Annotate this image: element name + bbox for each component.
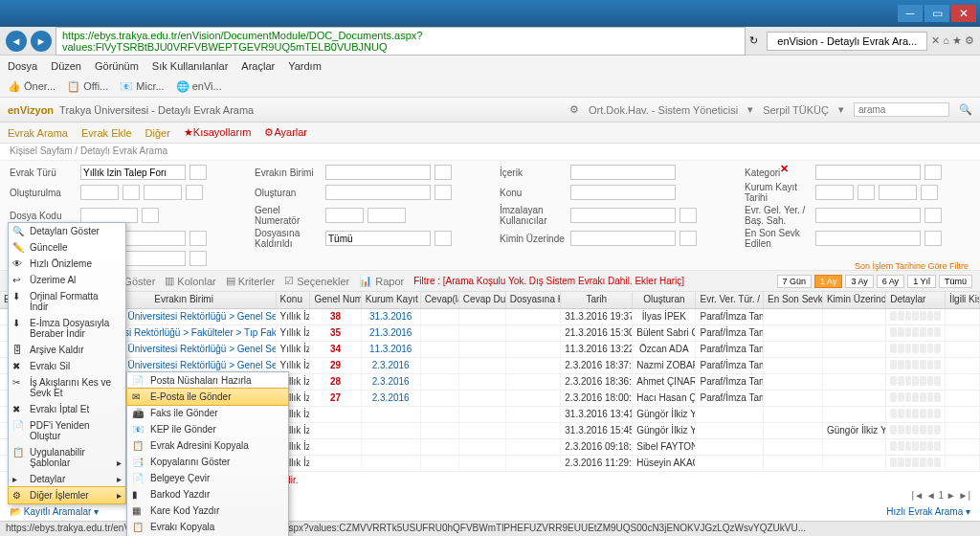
ctx-item[interactable]: 👁Hızlı Önizleme xyxy=(9,256,125,272)
rapor-button[interactable]: 📊Rapor xyxy=(359,275,404,287)
context-submenu[interactable]: 📄Posta Nüshaları Hazırla✉E-Posta ile Gön… xyxy=(126,371,289,536)
close-filter-icon[interactable]: ✕ xyxy=(780,163,789,175)
url-input[interactable]: https://ebys.trakya.edu.tr/enVision/Docu… xyxy=(56,27,746,56)
filter-panel: ✕ Evrak Türü Evrakın Birimi İçerik Kateg… xyxy=(0,161,980,271)
saved-searches-link[interactable]: 📂 Kayıtlı Aramalar ▾ xyxy=(10,506,99,517)
menu-diger[interactable]: Diğer xyxy=(145,127,170,139)
menu-edit[interactable]: Düzen xyxy=(51,60,81,72)
ctx-item[interactable]: ▸Detaylar▸ xyxy=(9,471,125,487)
submenu-item[interactable]: 📠Faks ile Gönder xyxy=(127,405,288,421)
app-menubar: Evrak Arama Evrak Ekle Diğer ★Kısayollar… xyxy=(0,123,980,144)
col-header[interactable]: Dosyasına Kaldırıldı xyxy=(506,292,562,308)
submenu-item[interactable]: 📄Posta Nüshaları Hazırla xyxy=(127,372,288,389)
menu-view[interactable]: Görünüm xyxy=(95,60,139,72)
role-label: Ort.Dok.Hav. - Sistem Yöneticisi xyxy=(589,104,738,116)
range-filter-label: Son İşlem Tarihine Göre Filtre xyxy=(855,261,969,271)
range-5[interactable]: Tümü xyxy=(939,275,972,288)
range-0[interactable]: 7 Gün xyxy=(777,275,813,288)
col-header[interactable]: Kurum Kayıt Tarihi xyxy=(362,292,421,308)
ctx-item[interactable]: ✖Evrakı Sil xyxy=(9,358,125,374)
breadcrumb: Kişisel Sayfam / Detaylı Evrak Arama xyxy=(0,144,980,161)
minimize-button[interactable]: ─ xyxy=(898,5,923,22)
kriterler-button[interactable]: ▤Kriterler xyxy=(226,275,276,287)
browser-bookmarks: 👍 Öner... 📋 Offi... 📧 Micr... 🌐 enVi... xyxy=(0,77,980,98)
app-crumb: Trakya Üniversitesi - Detaylı Evrak Aram… xyxy=(59,104,254,116)
submenu-item[interactable]: 📑Kopyalarını Göster xyxy=(127,454,288,470)
col-header[interactable]: Cevap(lar) xyxy=(421,292,459,308)
ctx-item[interactable]: ↩Üzerime Al xyxy=(9,272,125,288)
submenu-item[interactable]: ✉E-Posta ile Gönder xyxy=(126,388,289,406)
col-header[interactable]: Oluşturan xyxy=(633,292,696,308)
ctx-item[interactable]: ✂İş Akışlarını Kes ve Sevk Et xyxy=(9,374,125,401)
col-header[interactable]: Evr. Ver. Tür. / Mev. Dur. xyxy=(696,292,764,308)
icerik-input[interactable] xyxy=(570,165,676,180)
submenu-item[interactable]: ▦Kare Kod Yazdır xyxy=(127,502,288,519)
ctx-item[interactable]: ⚙Diğer İşlemler▸ xyxy=(8,486,126,504)
menu-help[interactable]: Yardım xyxy=(288,60,322,72)
col-header[interactable]: Detaylar xyxy=(886,292,946,308)
submenu-item[interactable]: 📧KEP ile Gönder xyxy=(127,421,288,437)
ctx-item[interactable]: 🔍Detayları Göster xyxy=(9,223,125,239)
col-header[interactable]: Cevap Durumu xyxy=(459,292,506,308)
submenu-item[interactable]: ▮Barkod Yazdır xyxy=(127,486,288,502)
evrak-turu-input[interactable] xyxy=(80,165,186,180)
close-button[interactable]: ✕ xyxy=(951,5,976,22)
col-header[interactable]: Konu xyxy=(277,292,311,308)
filter-text: Filtre : [Arama Koşulu Yok. Dış Sistem E… xyxy=(413,276,684,286)
browser-tab[interactable]: enVision - Detaylı Evrak Ara... xyxy=(767,32,927,51)
range-2[interactable]: 3 Ay xyxy=(845,275,873,288)
ctx-item[interactable]: 🗄Arşive Kaldır xyxy=(9,342,125,358)
grid-header: Evrak TanımıEvrakın BirimiKonuGenel Nume… xyxy=(0,292,980,309)
submenu-item[interactable]: 📋Evrakı Kopyala xyxy=(127,519,288,535)
col-header[interactable]: Genel Numeratör ▼ xyxy=(310,292,361,308)
range-3[interactable]: 6 Ay xyxy=(877,275,904,288)
submenu-item[interactable]: 📄Belgeye Çevir xyxy=(127,470,288,486)
menu-evrak-arama[interactable]: Evrak Arama xyxy=(8,127,68,139)
kategori-input[interactable] xyxy=(815,165,921,180)
ctx-item[interactable]: ⬇E-İmza Dosyasıyla Beraber İndir xyxy=(9,315,125,342)
col-header[interactable]: Tarih xyxy=(561,292,633,308)
context-menu[interactable]: 🔍Detayları Göster✏️Güncelle👁Hızlı Önizle… xyxy=(8,222,126,504)
ctx-item[interactable]: 📄PDF'i Yeniden Oluştur xyxy=(9,417,125,444)
submenu-item[interactable]: 📋Evrak Adresini Kopyala xyxy=(127,437,288,454)
quick-search-link[interactable]: Hızlı Evrak Arama ▾ xyxy=(886,506,970,517)
browser-address-bar: ◄ ► https://ebys.trakya.edu.tr/enVision/… xyxy=(0,27,980,56)
range-4[interactable]: 1 Yıl xyxy=(907,275,936,288)
refresh-icon[interactable]: ↻ xyxy=(749,34,763,47)
menu-tools[interactable]: Araçlar xyxy=(241,60,275,72)
menu-evrak-ekle[interactable]: Evrak Ekle xyxy=(81,127,132,139)
col-header[interactable]: Kimin Üzerinde xyxy=(823,292,886,308)
kolonlar-button[interactable]: ▥Kolonlar xyxy=(165,275,215,287)
ctx-item[interactable]: ✖Evrakı İptal Et xyxy=(9,401,125,417)
table-row[interactable]: versitesi Rektörlüğü > Fakülteler > Tıp … xyxy=(0,325,980,342)
menu-favorites[interactable]: Sık Kullanılanlar xyxy=(152,60,229,72)
action-bar: 🔍Sorgula ▦Tümünü Göster ▥Kolonlar ▤Krite… xyxy=(0,271,980,292)
ctx-item[interactable]: 📋Uygulanabilir Şablonlar▸ xyxy=(9,444,125,471)
search-icon[interactable]: 🔍 xyxy=(959,103,972,116)
menu-file[interactable]: Dosya xyxy=(8,60,37,72)
col-header[interactable]: İlgili Kişi xyxy=(946,292,980,308)
secenekler-button[interactable]: ☑Seçenekler xyxy=(284,275,349,287)
table-row[interactable]: Trakya Üniversitesi Rektörlüğü > Genel S… xyxy=(0,342,980,358)
window-titlebar: ─ ▭ ✕ xyxy=(0,0,980,27)
table-row[interactable]: Trakya Üniversitesi Rektörlüğü > Genel S… xyxy=(0,309,980,325)
browser-menubar: Dosya Düzen Görünüm Sık Kullanılanlar Ar… xyxy=(0,56,980,77)
ctx-item[interactable]: ✏️Güncelle xyxy=(9,239,125,256)
forward-button[interactable]: ► xyxy=(31,31,52,52)
back-button[interactable]: ◄ xyxy=(6,31,27,52)
evrak-birimi-input[interactable] xyxy=(325,165,431,180)
col-header[interactable]: En Son Sevk Edilen xyxy=(764,292,823,308)
global-search-input[interactable] xyxy=(854,102,949,117)
ctx-item[interactable]: ⬇Orjinal Formatta İndir xyxy=(9,288,125,315)
app-header: enVizyon Trakya Üniversitesi - Detaylı E… xyxy=(0,98,980,123)
user-label: Serpil TÜKÜÇ xyxy=(763,104,829,116)
maximize-button[interactable]: ▭ xyxy=(924,5,949,22)
range-1[interactable]: 1 Ay xyxy=(814,275,842,288)
app-brand: enVizyon xyxy=(8,104,54,116)
